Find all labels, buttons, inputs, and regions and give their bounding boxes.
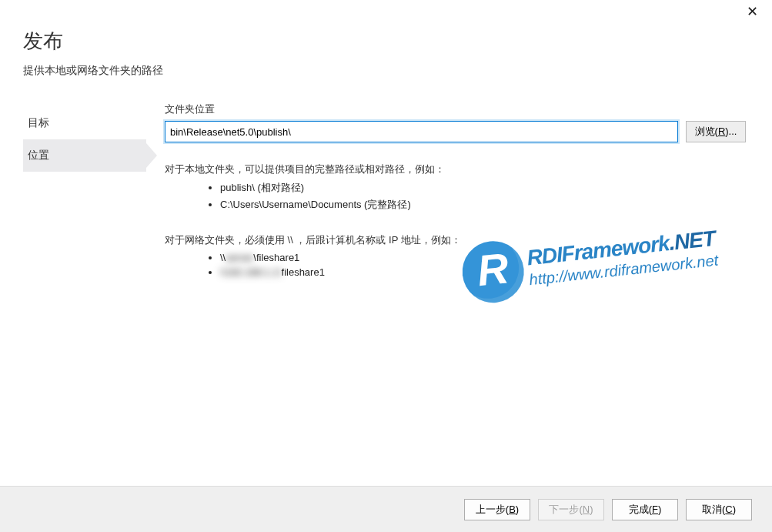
- page-subtitle: 提供本地或网络文件夹的路径: [23, 64, 772, 78]
- close-button[interactable]: ✕: [747, 5, 758, 18]
- finish-button[interactable]: 完成(F): [612, 499, 678, 520]
- back-button[interactable]: 上一步(B): [464, 499, 530, 520]
- page-title: 发布: [23, 28, 772, 55]
- dialog-footer: 上一步(B) 下一步(N) 完成(F) 取消(C): [0, 486, 772, 532]
- step-nav: 目标 位置: [23, 99, 146, 279]
- nav-item-target[interactable]: 目标: [23, 107, 146, 139]
- dialog-body: 目标 位置 文件夹位置 浏览(R)... 对于本地文件夹，可以提供项目的完整路径…: [0, 78, 772, 279]
- local-folder-info: 对于本地文件夹，可以提供项目的完整路径或相对路径，例如： publish\ (相…: [165, 162, 746, 213]
- folder-location-row: 浏览(R)...: [165, 121, 746, 142]
- list-item: publish\ (相对路径): [220, 179, 746, 196]
- redacted-text: \\192.168.1.1\: [220, 266, 282, 278]
- folder-location-label: 文件夹位置: [165, 99, 746, 116]
- folder-location-input[interactable]: [165, 121, 678, 142]
- local-folder-description: 对于本地文件夹，可以提供项目的完整路径或相对路径，例如：: [165, 162, 746, 176]
- network-folder-info: 对于网络文件夹，必须使用 \\ ，后跟计算机名称或 IP 地址，例如： \\se…: [165, 233, 746, 279]
- network-folder-examples: \\server\fileshare1 \\192.168.1.1\filesh…: [220, 250, 746, 279]
- list-item: \\server\fileshare1: [220, 250, 746, 265]
- redacted-text: server: [226, 252, 253, 263]
- list-item: C:\Users\Username\Documents (完整路径): [220, 196, 746, 213]
- local-folder-examples: publish\ (相对路径) C:\Users\Username\Docume…: [220, 179, 746, 213]
- main-column: 文件夹位置 浏览(R)... 对于本地文件夹，可以提供项目的完整路径或相对路径，…: [146, 99, 749, 279]
- nav-item-location[interactable]: 位置: [23, 139, 146, 172]
- list-item: \\192.168.1.1\fileshare1: [220, 265, 746, 279]
- dialog-header: 发布 提供本地或网络文件夹的路径: [0, 0, 772, 78]
- cancel-button[interactable]: 取消(C): [686, 499, 752, 520]
- browse-button[interactable]: 浏览(R)...: [686, 121, 746, 142]
- next-button: 下一步(N): [538, 499, 604, 520]
- network-folder-description: 对于网络文件夹，必须使用 \\ ，后跟计算机名称或 IP 地址，例如：: [165, 233, 746, 247]
